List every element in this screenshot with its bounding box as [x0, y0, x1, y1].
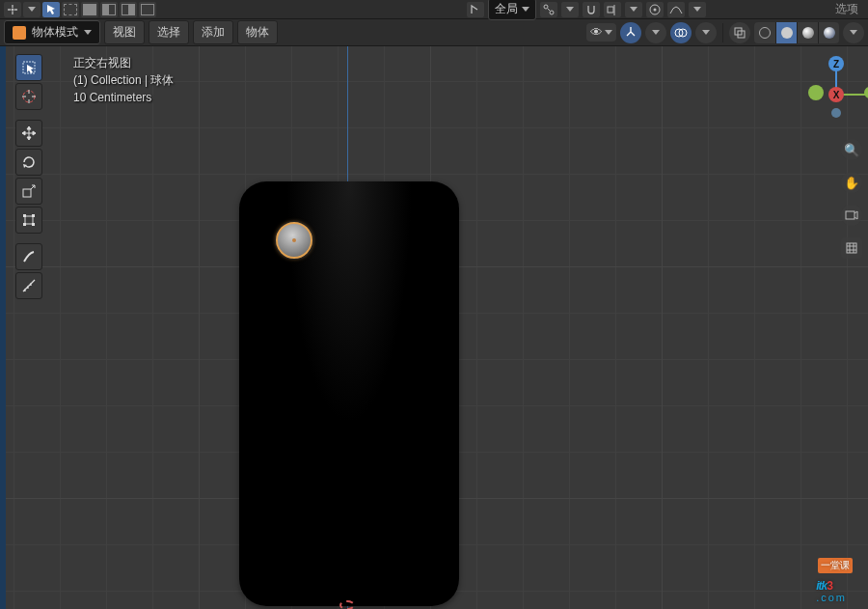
- mode-label: 物体模式: [32, 24, 78, 41]
- options-button[interactable]: 选项: [829, 2, 864, 15]
- axis-z-icon[interactable]: Z: [828, 56, 844, 71]
- gizmo-dropdown-icon[interactable]: [645, 22, 666, 43]
- view-name-label: 正交右视图: [73, 54, 174, 71]
- svg-rect-17: [32, 214, 35, 217]
- gizmo-toggle-icon[interactable]: [620, 22, 641, 43]
- snap-magnet-icon[interactable]: [583, 2, 600, 17]
- watermark-brand-a: itk: [816, 579, 827, 593]
- xray-toggle-icon[interactable]: [729, 22, 750, 43]
- watermark-brand-c: .com: [816, 592, 847, 603]
- svg-rect-15: [25, 216, 33, 224]
- watermark-tag: 一堂课: [818, 558, 853, 573]
- snap-dropdown-icon[interactable]: [23, 2, 41, 17]
- snap-type-dropdown-icon[interactable]: [625, 2, 642, 17]
- tool-column: [15, 54, 42, 299]
- select-mode-b-icon[interactable]: [100, 2, 118, 17]
- scale-label: 10 Centimeters: [73, 89, 174, 106]
- orientation-label: 全局: [495, 1, 518, 17]
- svg-point-5: [654, 8, 657, 11]
- tool-rotate[interactable]: [15, 149, 42, 176]
- object-mode-icon: [13, 26, 26, 40]
- select-mode-cursor-icon[interactable]: [42, 2, 60, 17]
- zoom-icon[interactable]: 🔍: [841, 139, 862, 160]
- svg-rect-10: [846, 211, 854, 219]
- orientation-icon[interactable]: [467, 2, 484, 17]
- visibility-pill[interactable]: 👁: [586, 23, 616, 42]
- tool-annotate[interactable]: [15, 243, 42, 270]
- select-mode-d-icon[interactable]: [139, 2, 156, 17]
- separator: [722, 23, 723, 42]
- shading-mode-group: [754, 22, 839, 43]
- shading-dropdown-icon[interactable]: [843, 22, 864, 43]
- shading-wireframe-icon[interactable]: [754, 22, 775, 43]
- orientation-dropdown[interactable]: 全局: [488, 0, 536, 20]
- camera-view-icon[interactable]: [841, 205, 862, 226]
- pivot-dropdown-icon[interactable]: [561, 2, 579, 17]
- pivot-icon[interactable]: [540, 2, 557, 17]
- select-mode-a-icon[interactable]: [81, 2, 98, 17]
- svg-rect-14: [23, 189, 31, 197]
- mesh-object-phone[interactable]: [239, 181, 459, 606]
- proportional-dropdown-icon[interactable]: [689, 2, 706, 17]
- mesh-object-sphere[interactable]: [276, 222, 312, 259]
- tool-select-box[interactable]: [15, 54, 42, 81]
- sphere-origin-icon: [292, 238, 296, 242]
- select-mode-c-icon[interactable]: [120, 2, 137, 17]
- overlay-dropdown-icon[interactable]: [695, 22, 717, 43]
- svg-rect-16: [23, 214, 26, 217]
- menu-view[interactable]: 视图: [104, 20, 145, 44]
- menu-object[interactable]: 物体: [237, 20, 278, 44]
- nav-gizmo[interactable]: Z X: [808, 56, 864, 112]
- perspective-toggle-icon[interactable]: [841, 237, 862, 259]
- pan-icon[interactable]: ✋: [841, 172, 862, 193]
- watermark: 一堂课 itk3 .com: [816, 560, 847, 603]
- viewport-overlay-text: 正交右视图 (1) Collection | 球体 10 Centimeters: [73, 54, 174, 106]
- menu-select[interactable]: 选择: [149, 20, 189, 44]
- chevron-down-icon: [84, 30, 92, 35]
- top-toolbar-1: 全局 选项: [0, 0, 868, 19]
- shading-matprev-icon[interactable]: [797, 22, 818, 43]
- svg-rect-18: [23, 223, 26, 226]
- tool-scale[interactable]: [15, 178, 42, 205]
- snap-icon[interactable]: [4, 2, 21, 17]
- tool-cursor[interactable]: [15, 83, 42, 110]
- select-mode-box-icon[interactable]: [62, 2, 79, 17]
- svg-rect-11: [847, 243, 856, 253]
- svg-point-0: [12, 8, 14, 11]
- svg-rect-19: [32, 223, 35, 226]
- mode-select[interactable]: 物体模式: [4, 20, 100, 44]
- tool-move[interactable]: [15, 120, 42, 147]
- proportional-type-icon[interactable]: [667, 2, 685, 17]
- viewport-side-controls: 🔍 ✋: [841, 139, 862, 259]
- top-toolbar-2: 物体模式 视图 选择 添加 物体 👁: [0, 19, 868, 46]
- svg-point-1: [544, 5, 548, 9]
- axis-y-neg-icon[interactable]: [808, 85, 824, 100]
- shading-rendered-icon[interactable]: [818, 22, 839, 43]
- gizmo-line-z: [835, 69, 837, 89]
- collection-label: (1) Collection | 球体: [73, 71, 174, 89]
- overlay-toggle-icon[interactable]: [670, 22, 692, 43]
- menu-add[interactable]: 添加: [193, 20, 233, 44]
- tool-measure[interactable]: [15, 272, 42, 299]
- proportional-icon[interactable]: [646, 2, 664, 17]
- 3d-cursor-icon[interactable]: [339, 600, 355, 609]
- viewport-3d[interactable]: 正交右视图 (1) Collection | 球体 10 Centimeters…: [6, 46, 868, 609]
- shading-solid-icon[interactable]: [775, 22, 797, 43]
- tool-transform[interactable]: [15, 207, 42, 234]
- axis-z-neg-icon[interactable]: [831, 108, 841, 118]
- svg-rect-3: [608, 7, 613, 13]
- svg-point-2: [550, 11, 554, 14]
- axis-x-icon[interactable]: X: [828, 87, 844, 102]
- watermark-brand-b: 3: [827, 579, 832, 593]
- snap-type-icon[interactable]: [604, 2, 621, 17]
